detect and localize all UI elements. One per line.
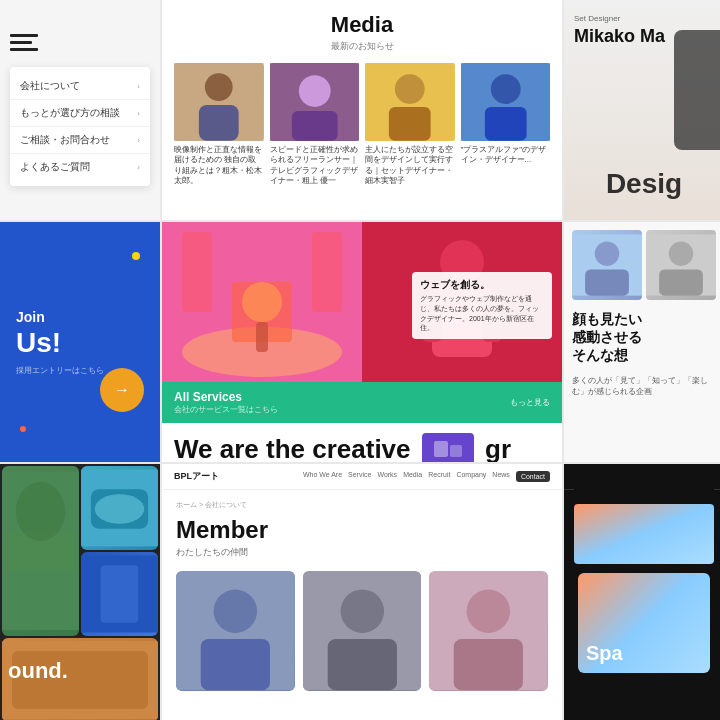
member-card[interactable] — [303, 571, 422, 691]
designer-profile-cell: Set Designer Mikako Ma Desig — [564, 0, 720, 220]
decorative-dot — [20, 426, 26, 432]
chevron-right-icon: › — [137, 109, 140, 118]
creative-pink-room — [162, 222, 362, 382]
member-photo — [429, 571, 548, 691]
media-card-text: 映像制作と正直な情報を届けるための 独自の取り組みとは？粗木・松木太郎。 — [174, 145, 264, 187]
svg-point-50 — [467, 589, 511, 633]
hamburger-line — [10, 41, 32, 44]
designer-bg: Set Designer Mikako Ma Desig — [564, 0, 720, 220]
dropdown-item-label: もっとが選び方の相談 — [20, 106, 120, 120]
nature-photo — [2, 466, 79, 636]
works-content: Home 実績一覧 Works 制作一覧 Spa — [564, 490, 720, 683]
media-section-cell: Media 最新のお知らせ 映像制作と正直な情報を届けるための 独自の取り組みと… — [162, 0, 562, 220]
chevron-right-icon: › — [137, 82, 140, 91]
person-photo — [646, 230, 716, 300]
dropdown-item-label: よくあるご質問 — [20, 160, 90, 174]
media-card[interactable]: 映像制作と正直な情報を届けるための 独自の取り組みとは？粗木・松木太郎。 — [174, 63, 264, 187]
svg-point-31 — [669, 241, 694, 266]
creative-top-section: ウェブを創る。 グラフィックやウェブ制作などを通じ、私たちは多くの人の夢を。フィ… — [162, 222, 562, 382]
member-breadcrumb: ホーム > 会社について — [176, 500, 548, 510]
join-us-text: Join — [16, 309, 144, 325]
nav-link[interactable]: Who We Are — [303, 471, 342, 482]
chevron-right-icon: › — [137, 136, 140, 145]
dropdown-item-label: ご相談・お問合わせ — [20, 133, 110, 147]
svg-rect-15 — [182, 232, 212, 312]
media-card-text: スピードと正確性が求められるフリーランサー｜テレビグラフィックデザイナー・粗上 … — [270, 145, 360, 187]
nav-link[interactable]: News — [492, 471, 510, 482]
media-grid: 映像制作と正直な情報を届けるための 独自の取り組みとは？粗木・松木太郎。 スピー… — [174, 63, 550, 187]
svg-point-44 — [214, 589, 258, 633]
brand-icon — [430, 435, 466, 462]
dropdown-item[interactable]: よくあるご質問 › — [10, 154, 150, 180]
media-card[interactable]: スピードと正確性が求められるフリーランサー｜テレビグラフィックデザイナー・粗上 … — [270, 63, 360, 187]
services-bar[interactable]: All Services 会社のサービス一覧はこちら もっと見る — [162, 382, 562, 423]
media-card[interactable]: "プラスアルファ"のデザイン・デザイナー... — [461, 63, 551, 187]
tagline-end: gr — [485, 434, 511, 462]
member-nav: BPLアート Who We Are Service Works Media Re… — [162, 464, 562, 490]
creative-red-section: ウェブを創る。 グラフィックやウェブ制作などを通じ、私たちは多くの人の夢を。フィ… — [362, 222, 562, 382]
designer-role-label: Set Designer — [574, 14, 714, 23]
svg-point-28 — [595, 241, 620, 266]
media-card-text: 主人にたちが設立する空間をデザインして実行する｜セットデザイナー・細木実智子 — [365, 145, 455, 187]
portraits-cell: 顔も見たい感動させるそんな想 多くの人が「見て」「知って」「楽しむ」が感じられる… — [564, 222, 720, 462]
svg-point-7 — [395, 74, 425, 104]
dropdown-item[interactable]: 会社について › — [10, 73, 150, 100]
svg-point-38 — [95, 494, 144, 524]
nav-link[interactable]: Service — [348, 471, 371, 482]
person-illustration — [270, 63, 360, 141]
join-button[interactable]: → — [100, 368, 144, 412]
nav-link[interactable]: Media — [403, 471, 422, 482]
svg-rect-18 — [256, 322, 268, 352]
join-us-headline: Us! — [16, 329, 144, 357]
photo-collage-cell: ound. — [0, 464, 160, 720]
dropdown-menu: 会社について › もっとが選び方の相談 › ご相談・お問合わせ › よくあるご質… — [10, 67, 150, 186]
svg-point-10 — [490, 74, 520, 104]
hamburger-icon[interactable] — [10, 34, 150, 51]
portrait-row — [572, 230, 716, 300]
member-nav-links: Who We Are Service Works Media Recruit C… — [303, 471, 550, 482]
member-content: ホーム > 会社について Member わたしたちの仲間 — [162, 490, 562, 701]
svg-rect-16 — [312, 232, 342, 312]
chevron-right-icon: › — [137, 163, 140, 172]
nav-link[interactable]: Company — [456, 471, 486, 482]
phone-illustration — [674, 30, 720, 150]
copy-headline: 顔も見たい感動させるそんな想 — [572, 306, 716, 369]
works-preview-image[interactable]: Spa — [578, 573, 710, 673]
hamburger-line — [10, 34, 38, 37]
copy-subtext: 多くの人が「見て」「知って」「楽しむ」が感じられる企画 — [572, 375, 716, 397]
member-card[interactable] — [429, 571, 548, 691]
person-illustration — [174, 63, 264, 141]
member-cards-grid — [176, 571, 548, 691]
svg-rect-51 — [454, 639, 523, 690]
arrow-right-icon: → — [114, 381, 130, 399]
svg-point-4 — [298, 75, 330, 107]
media-subtitle: 最新のお知らせ — [174, 40, 550, 53]
services-more-link[interactable]: もっと見る — [510, 397, 550, 408]
member-photo — [176, 571, 295, 691]
portrait-card — [646, 230, 716, 300]
member-photo — [303, 571, 422, 691]
media-thumbnail — [461, 63, 551, 141]
svg-point-17 — [242, 282, 282, 322]
nav-link[interactable]: Works — [377, 471, 397, 482]
svg-rect-32 — [659, 269, 703, 295]
works-preview-label: Spa — [586, 642, 623, 665]
media-thumbnail — [365, 63, 455, 141]
media-card[interactable]: 主人にたちが設立する空間をデザインして実行する｜セットデザイナー・細木実智子 — [365, 63, 455, 187]
dropdown-item[interactable]: ご相談・お問合わせ › — [10, 127, 150, 154]
member-card[interactable] — [176, 571, 295, 691]
contact-nav-link[interactable]: Contact — [516, 471, 550, 482]
overlay-title: ウェブを創る。 — [420, 278, 544, 292]
person-illustration — [365, 63, 455, 141]
nav-dropdown-cell: 会社について › もっとが選び方の相談 › ご相談・お問合わせ › よくあるご質… — [0, 0, 160, 220]
member-page-cell: BPLアート Who We Are Service Works Media Re… — [162, 464, 562, 720]
nav-link[interactable]: Recruit — [428, 471, 450, 482]
media-title: Media — [174, 12, 550, 38]
media-card-text: "プラスアルファ"のデザイン・デザイナー... — [461, 145, 551, 166]
night-photo — [81, 552, 158, 636]
services-label: All Services — [174, 390, 278, 404]
dropdown-item[interactable]: もっとが選び方の相談 › — [10, 100, 150, 127]
tagline-purple-box — [422, 433, 474, 462]
creative-tagline: We are the creative gr — [162, 423, 562, 462]
svg-rect-11 — [484, 107, 526, 141]
